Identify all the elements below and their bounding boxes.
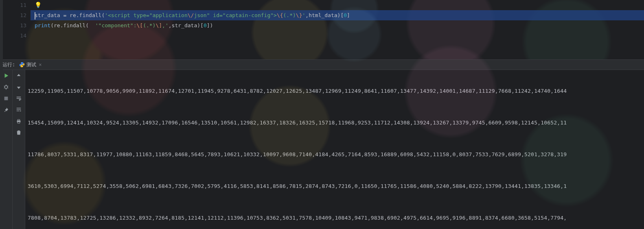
editor-gutter: 11 12 13 14 xyxy=(0,0,31,59)
pin-icon[interactable] xyxy=(3,107,9,113)
scroll-to-end-icon[interactable] xyxy=(15,107,22,113)
svg-point-0 xyxy=(21,63,22,63)
output-line: 11786,8037,5331,8317,11977,10880,11163,1… xyxy=(28,149,644,160)
python-file-icon xyxy=(19,62,25,68)
debug-icon[interactable] xyxy=(3,84,9,90)
svg-rect-3 xyxy=(4,97,8,100)
intention-bulb-icon[interactable]: 💡 xyxy=(35,2,42,8)
gutter-line-14: 14 xyxy=(20,33,26,39)
soft-wrap-icon[interactable] xyxy=(15,95,22,102)
output-line: 7808,8704,13783,12725,13286,12332,8932,7… xyxy=(28,213,644,223)
code-editor[interactable]: 💡 str_data = re.findall('<script type="a… xyxy=(31,0,644,59)
gutter-line-12: 12 xyxy=(20,12,26,18)
code-line-12[interactable]: str_data = re.findall('<script type="app… xyxy=(31,10,644,20)
stop-icon[interactable] xyxy=(3,95,9,102)
output-line: 3610,5303,6994,7112,5274,3558,5062,6981,… xyxy=(28,181,644,192)
gutter-line-13: 13 xyxy=(20,22,26,28)
run-tab-name: 测试 xyxy=(26,61,36,68)
run-toolbar-secondary xyxy=(13,70,25,229)
scroll-down-icon[interactable] xyxy=(15,84,22,90)
svg-point-2 xyxy=(5,86,8,89)
gutter-line-11: 11 xyxy=(20,2,26,8)
scroll-up-icon[interactable] xyxy=(15,72,22,79)
code-line-14[interactable] xyxy=(31,31,644,41)
run-tab[interactable]: 测试 × xyxy=(19,61,42,68)
code-line-13[interactable]: print(re.findall( '"component":\[(.*)\],… xyxy=(31,20,644,31)
svg-rect-5 xyxy=(18,120,20,121)
close-tab-icon[interactable]: × xyxy=(39,62,42,68)
run-tool-header: 运行: 测试 × xyxy=(0,59,644,70)
console-output[interactable]: 12259,11905,11507,10778,9056,9909,11892,… xyxy=(25,70,644,229)
output-line: 15454,15099,12414,10324,9524,13305,14932… xyxy=(28,118,644,128)
svg-rect-6 xyxy=(18,122,20,124)
print-icon[interactable] xyxy=(15,118,22,124)
output-line: 12259,11905,11507,10778,9056,9909,11892,… xyxy=(28,86,644,96)
run-label: 运行: xyxy=(2,61,15,68)
rerun-icon[interactable] xyxy=(3,72,9,79)
svg-point-1 xyxy=(22,66,23,67)
trash-icon[interactable] xyxy=(15,129,22,136)
